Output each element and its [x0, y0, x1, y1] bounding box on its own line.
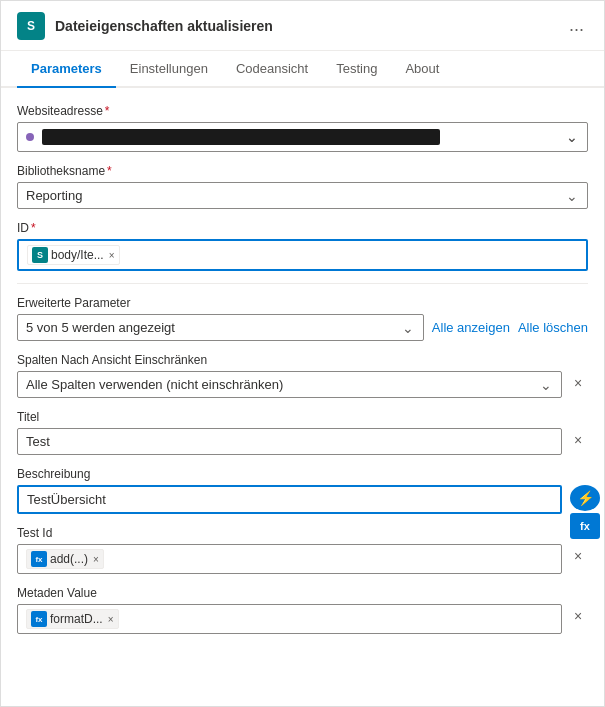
erweiterte-select-wrapper: 5 von 5 werden angezeigt: [17, 314, 424, 341]
test-id-tag-close[interactable]: ×: [93, 554, 99, 565]
header-title: Dateieigenschaften aktualisieren: [55, 18, 565, 34]
metaden-fx-icon: fx: [31, 611, 47, 627]
metaden-remove-button[interactable]: ×: [568, 606, 588, 626]
tag-s-icon: S: [32, 247, 48, 263]
test-id-content: Test Id fx add(...) ×: [17, 526, 562, 574]
tab-about[interactable]: About: [391, 51, 453, 88]
redacted-overlay: [42, 129, 440, 145]
lightning-button[interactable]: ⚡: [570, 485, 600, 511]
beschreibung-row: Beschreibung ⚡ fx ×: [17, 467, 588, 514]
spalten-label: Spalten Nach Ansicht Einschränken: [17, 353, 562, 367]
test-id-remove-button[interactable]: ×: [568, 546, 588, 566]
tab-parameters[interactable]: Parameters: [17, 51, 116, 88]
titel-label: Titel: [17, 410, 562, 424]
spalten-remove-button[interactable]: ×: [568, 373, 588, 393]
titel-input[interactable]: [17, 428, 562, 455]
header-icon: S: [17, 12, 45, 40]
websiteadresse-select-wrapper: ⌄: [17, 122, 588, 152]
test-id-tag-text: add(...): [50, 552, 88, 566]
metaden-label: Metaden Value: [17, 586, 562, 600]
tab-einstellungen[interactable]: Einstellungen: [116, 51, 222, 88]
chevron-down-icon: ⌄: [566, 129, 578, 145]
titel-content: Titel: [17, 410, 562, 455]
header: S Dateieigenschaften aktualisieren ...: [1, 1, 604, 51]
id-tag-input[interactable]: S body/Ite... ×: [17, 239, 588, 271]
redacted-dot: [26, 133, 34, 141]
id-tag-close[interactable]: ×: [109, 250, 115, 261]
websiteadresse-input[interactable]: [17, 122, 588, 152]
spalten-select-wrapper: Alle Spalten verwenden (nicht einschränk…: [17, 371, 562, 398]
spalten-select[interactable]: Alle Spalten verwenden (nicht einschränk…: [17, 371, 562, 398]
tab-bar: Parameters Einstellungen Codeansicht Tes…: [1, 51, 604, 88]
erweiterte-parameter-row: 5 von 5 werden angezeigt Alle anzeigen A…: [17, 314, 588, 341]
divider-1: [17, 283, 588, 284]
fx-buttons-group: ⚡ fx: [570, 485, 600, 539]
beschreibung-label: Beschreibung: [17, 467, 562, 481]
test-id-fx-icon: fx: [31, 551, 47, 567]
fx-button[interactable]: fx: [570, 513, 600, 539]
id-label: ID*: [17, 221, 588, 235]
test-id-tag-input[interactable]: fx add(...) ×: [17, 544, 562, 574]
test-id-row: Test Id fx add(...) × ×: [17, 526, 588, 574]
bibliotheksname-label: Bibliotheksname*: [17, 164, 588, 178]
spalten-content: Spalten Nach Ansicht Einschränken Alle S…: [17, 353, 562, 398]
titel-remove-button[interactable]: ×: [568, 430, 588, 450]
erweiterte-parameter-field: Erweiterte Parameter 5 von 5 werden ange…: [17, 296, 588, 341]
id-tag-text: body/Ite...: [51, 248, 104, 262]
main-window: S Dateieigenschaften aktualisieren ... P…: [0, 0, 605, 707]
more-options-button[interactable]: ...: [565, 11, 588, 40]
metaden-row: Metaden Value fx formatD... × ×: [17, 586, 588, 634]
metaden-content: Metaden Value fx formatD... ×: [17, 586, 562, 634]
spalten-row: Spalten Nach Ansicht Einschränken Alle S…: [17, 353, 588, 398]
alle-loeschen-link[interactable]: Alle löschen: [518, 320, 588, 335]
beschreibung-input[interactable]: [17, 485, 562, 514]
tab-testing[interactable]: Testing: [322, 51, 391, 88]
metaden-tag-close[interactable]: ×: [108, 614, 114, 625]
titel-row: Titel ×: [17, 410, 588, 455]
beschreibung-wrapper: ⚡ fx: [17, 485, 562, 514]
beschreibung-content: Beschreibung ⚡ fx: [17, 467, 562, 514]
id-field: ID* S body/Ite... ×: [17, 221, 588, 271]
erweiterte-select[interactable]: 5 von 5 werden angezeigt: [17, 314, 424, 341]
tab-codeansicht[interactable]: Codeansicht: [222, 51, 322, 88]
erweiterte-parameter-label: Erweiterte Parameter: [17, 296, 588, 310]
websiteadresse-label: Websiteadresse*: [17, 104, 588, 118]
bibliotheksname-select[interactable]: Reporting: [17, 182, 588, 209]
bibliotheksname-select-wrapper: Reporting: [17, 182, 588, 209]
test-id-tag: fx add(...) ×: [26, 549, 104, 569]
content-area: Websiteadresse* ⌄ Bibliotheksname* Repor…: [1, 88, 604, 706]
websiteadresse-field: Websiteadresse* ⌄: [17, 104, 588, 152]
metaden-tag: fx formatD... ×: [26, 609, 119, 629]
bibliotheksname-field: Bibliotheksname* Reporting: [17, 164, 588, 209]
test-id-label: Test Id: [17, 526, 562, 540]
metaden-tag-input[interactable]: fx formatD... ×: [17, 604, 562, 634]
metaden-tag-text: formatD...: [50, 612, 103, 626]
id-tag: S body/Ite... ×: [27, 245, 120, 265]
alle-anzeigen-link[interactable]: Alle anzeigen: [432, 320, 510, 335]
